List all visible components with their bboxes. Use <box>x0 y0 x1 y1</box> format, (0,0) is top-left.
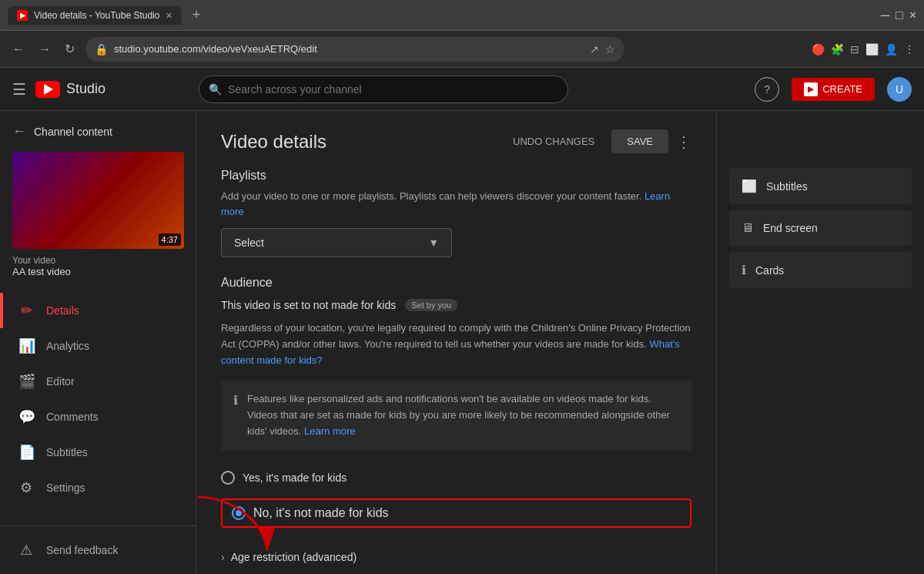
subtitles-panel-icon: ⬜ <box>742 179 757 193</box>
search-bar[interactable]: 🔍 <box>199 76 568 103</box>
address-right-icons: ↗ ☆ <box>590 43 615 55</box>
video-type-label: Your video <box>12 255 183 266</box>
content-area: Video details UNDO CHANGES SAVE ⋮ Playli… <box>196 111 924 574</box>
subtitles-icon: 📄 <box>18 444 34 461</box>
ext-icon-2[interactable]: 🧩 <box>831 43 844 55</box>
avatar[interactable]: U <box>887 77 912 102</box>
address-bar-row: ← → ↻ 🔒 studio.youtube.com/video/veVxeuA… <box>0 31 924 68</box>
app-header: ☰ Studio 🔍 ? ▶ CREATE U <box>0 68 924 111</box>
yes-kids-label: Yes, it's made for kids <box>243 472 346 484</box>
subtitles-panel-label: Subtitles <box>766 180 808 193</box>
lock-icon: 🔒 <box>95 43 108 55</box>
sidebar-bottom: ⚠ Send feedback <box>0 525 196 574</box>
end-screen-panel-item[interactable]: 🖥 End screen <box>729 210 912 246</box>
sidebar-item-subtitles-label: Subtitles <box>46 446 88 458</box>
video-duration: 4:37 <box>159 233 181 246</box>
playlists-label: Playlists <box>221 169 691 183</box>
browser-tab[interactable]: ▶ Video details - YouTube Studio × <box>8 6 182 25</box>
playlist-select-dropdown[interactable]: Select ▼ <box>221 228 452 257</box>
set-by-you-badge: Set by you <box>405 299 457 311</box>
video-info: Your video AA test video <box>12 249 183 284</box>
tab-close-button[interactable]: × <box>166 9 172 22</box>
editor-icon: 🎬 <box>18 373 34 390</box>
back-arrow-icon[interactable]: ← <box>12 123 26 139</box>
sidebar-item-analytics[interactable]: 📊 Analytics <box>0 328 196 364</box>
sidebar-item-details-label: Details <box>46 304 79 317</box>
channel-header[interactable]: ← Channel content <box>0 111 196 152</box>
info-learn-more-link[interactable]: Learn more <box>304 425 355 437</box>
kids-info-box: ℹ Features like personalized ads and not… <box>221 381 691 450</box>
video-name: AA test video <box>12 266 183 277</box>
playlists-section: Playlists Add your video to one or more … <box>221 169 691 257</box>
address-bar[interactable]: 🔒 studio.youtube.com/video/veVxeuAETRQ/e… <box>85 37 624 62</box>
comments-icon: 💬 <box>18 408 34 425</box>
forward-nav-button[interactable]: → <box>35 39 54 59</box>
channel-title: Channel content <box>34 126 112 138</box>
browser-ext-icons: 🔴 🧩 ⊟ ⬜ 👤 ⋮ <box>812 43 915 55</box>
share-icon[interactable]: ↗ <box>590 43 599 55</box>
dropdown-arrow-icon: ▼ <box>428 237 439 249</box>
age-restriction-chevron: › <box>221 551 225 563</box>
reload-button[interactable]: ↻ <box>62 39 78 59</box>
search-icon: 🔍 <box>209 83 222 96</box>
sidebar-item-subtitles[interactable]: 📄 Subtitles <box>0 435 196 470</box>
cards-panel-label: Cards <box>755 264 784 277</box>
cards-panel-item[interactable]: ℹ Cards <box>729 252 912 288</box>
avatar-letter: U <box>896 83 903 96</box>
ext-icon-4[interactable]: ⬜ <box>865 43 879 55</box>
main-content: Video details UNDO CHANGES SAVE ⋮ Playli… <box>196 111 716 574</box>
tab-favicon: ▶ <box>17 10 28 21</box>
sidebar-item-comments-label: Comments <box>46 411 99 423</box>
yes-kids-radio[interactable] <box>221 471 235 485</box>
radio-group: Yes, it's made for kids No, it's not mad… <box>221 466 691 528</box>
browser-menu-icon[interactable]: ⋮ <box>904 43 915 55</box>
ext-icon-3[interactable]: ⊟ <box>850 43 859 55</box>
studio-label: Studio <box>66 81 105 97</box>
age-restriction-section[interactable]: › Age restriction (advanced) <box>221 543 691 571</box>
minimize-button[interactable]: ─ <box>881 8 889 22</box>
subtitles-panel-item[interactable]: ⬜ Subtitles <box>729 168 912 204</box>
cards-panel-icon: ℹ <box>742 263 746 277</box>
sidebar-item-editor-label: Editor <box>46 375 75 388</box>
new-tab-button[interactable]: + <box>188 7 206 23</box>
maximize-button[interactable]: □ <box>896 8 903 22</box>
create-button[interactable]: ▶ CREATE <box>792 78 875 101</box>
main-layout: ← Channel content 4:37 Your video AA tes… <box>0 111 924 574</box>
analytics-icon: 📊 <box>18 337 34 354</box>
save-button[interactable]: SAVE <box>611 129 668 153</box>
kids-status: This video is set to not made for kids S… <box>221 299 691 311</box>
details-icon: ✏ <box>18 302 34 319</box>
sidebar-item-editor[interactable]: 🎬 Editor <box>0 364 196 399</box>
undo-changes-button[interactable]: UNDO CHANGES <box>504 131 604 152</box>
tab-title: Video details - YouTube Studio <box>34 10 159 21</box>
sidebar-item-settings-label: Settings <box>46 482 85 494</box>
radio-options-wrapper: Yes, it's made for kids No, it's not mad… <box>221 466 691 528</box>
send-feedback-button[interactable]: ⚠ Send feedback <box>0 532 196 568</box>
create-icon: ▶ <box>804 82 818 96</box>
select-placeholder: Select <box>234 237 264 249</box>
video-preview: 4:37 Your video AA test video <box>12 152 183 284</box>
audience-title: Audience <box>221 276 691 290</box>
back-nav-button[interactable]: ← <box>9 39 28 59</box>
more-options-button[interactable]: ⋮ <box>676 133 691 151</box>
search-input[interactable] <box>228 83 558 96</box>
yes-kids-option[interactable]: Yes, it's made for kids <box>221 466 691 489</box>
kids-description: Regardless of your location, you're lega… <box>221 321 691 368</box>
sidebar-item-comments[interactable]: 💬 Comments <box>0 399 196 435</box>
no-kids-option[interactable]: No, it's not made for kids <box>221 498 691 528</box>
ext-icon-1[interactable]: 🔴 <box>812 43 825 55</box>
settings-icon: ⚙ <box>18 479 34 496</box>
info-box-text: Features like personalized ads and notif… <box>247 391 679 439</box>
no-kids-radio[interactable] <box>232 506 246 520</box>
logo[interactable]: Studio <box>35 81 105 98</box>
play-icon <box>44 84 53 95</box>
help-button[interactable]: ? <box>755 77 779 102</box>
sidebar-item-details[interactable]: ✏ Details <box>0 293 196 328</box>
bookmark-icon[interactable]: ☆ <box>605 43 615 55</box>
help-icon: ? <box>764 83 770 96</box>
hamburger-menu[interactable]: ☰ <box>12 80 26 99</box>
sidebar-item-settings[interactable]: ⚙ Settings <box>0 470 196 505</box>
close-window-button[interactable]: × <box>909 8 916 22</box>
profile-icon[interactable]: 👤 <box>885 43 898 55</box>
age-restriction-label: Age restriction (advanced) <box>231 551 357 563</box>
